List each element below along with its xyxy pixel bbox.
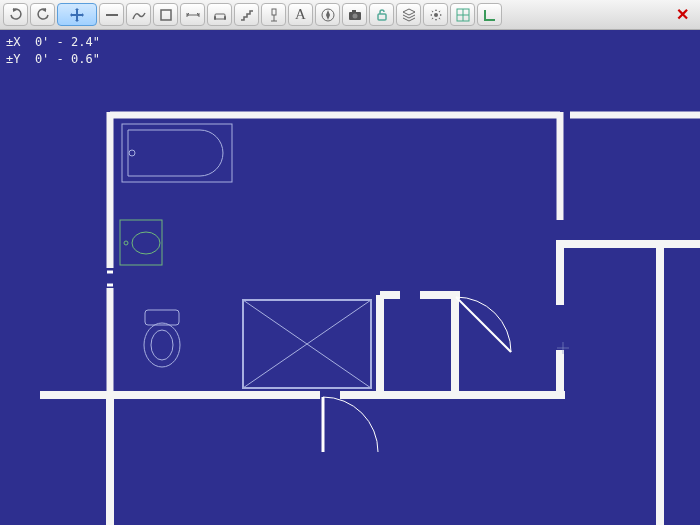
svg-rect-13 [378, 14, 386, 20]
close-button[interactable]: ✕ [671, 5, 693, 25]
undo-icon [8, 7, 24, 23]
move-tool-button[interactable] [57, 3, 97, 26]
svg-point-11 [352, 13, 357, 18]
dimension-icon [185, 7, 201, 23]
freehand-icon [131, 7, 147, 23]
svg-line-47 [456, 297, 511, 352]
svg-rect-6 [272, 9, 276, 15]
gear-icon [428, 7, 444, 23]
redo-button[interactable] [30, 3, 55, 26]
grid-button[interactable] [450, 3, 475, 26]
svg-rect-38 [120, 220, 162, 265]
corner-button[interactable] [477, 3, 502, 26]
camera-icon [347, 7, 363, 23]
sofa-icon [212, 7, 228, 23]
furniture-tool-button[interactable] [207, 3, 232, 26]
settings-button[interactable] [423, 3, 448, 26]
stairs-icon [239, 7, 255, 23]
svg-rect-1 [161, 10, 171, 20]
grid-icon [455, 7, 471, 23]
dimension-tool-button[interactable] [180, 3, 205, 26]
svg-rect-0 [106, 14, 118, 16]
unlock-icon [374, 7, 390, 23]
undo-button[interactable] [3, 3, 28, 26]
svg-point-40 [124, 241, 128, 245]
svg-rect-12 [352, 10, 356, 12]
layers-icon [401, 7, 417, 23]
freehand-tool-button[interactable] [126, 3, 151, 26]
toolbar: A ✕ [0, 0, 700, 30]
move-icon [69, 7, 85, 23]
text-tool-button[interactable]: A [288, 3, 313, 26]
svg-point-37 [129, 150, 135, 156]
svg-point-39 [132, 232, 160, 254]
drawing-canvas[interactable] [0, 30, 700, 525]
lock-button[interactable] [369, 3, 394, 26]
compass-tool-button[interactable] [315, 3, 340, 26]
fixture-icon [266, 7, 282, 23]
rect-tool-button[interactable] [153, 3, 178, 26]
camera-tool-button[interactable] [342, 3, 367, 26]
corner-icon [482, 7, 498, 23]
svg-rect-4 [214, 16, 216, 20]
svg-rect-36 [122, 124, 232, 182]
floorplan-svg [0, 30, 700, 525]
compass-icon [320, 7, 336, 23]
layers-button[interactable] [396, 3, 421, 26]
fixture-tool-button[interactable] [261, 3, 286, 26]
stairs-tool-button[interactable] [234, 3, 259, 26]
svg-rect-3 [215, 14, 225, 19]
line-tool-button[interactable] [99, 3, 124, 26]
rect-icon [158, 7, 174, 23]
redo-icon [35, 7, 51, 23]
line-icon [104, 7, 120, 23]
svg-rect-5 [224, 16, 226, 20]
svg-point-14 [434, 13, 438, 17]
svg-point-43 [151, 330, 173, 360]
